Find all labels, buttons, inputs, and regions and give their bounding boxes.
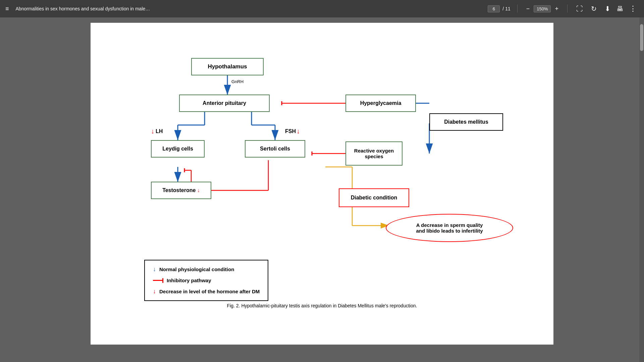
more-options-button[interactable]: ⋮ <box>627 3 639 14</box>
page-container: Hypothalamus GnRH Anterior pituitary Hyp… <box>0 17 644 362</box>
diabetes-mellitus-box: Diabetes mellitus <box>429 113 503 131</box>
zoom-controls: − 150% + <box>524 4 560 14</box>
hyperglycaemia-box: Hyperglycaemia <box>345 95 416 112</box>
zoom-value: 150% <box>534 5 551 12</box>
legend-normal: ↓ Normal physiological condition <box>153 266 260 273</box>
reactive-oxygen-box: Reactive oxygen species <box>345 141 402 166</box>
anterior-pituitary-box: Anterior pituitary <box>179 95 270 112</box>
lh-label: ↓ LH <box>151 127 163 135</box>
page-input[interactable]: 6 <box>488 5 500 12</box>
toolbar-right: ⬇ 🖶 ⋮ <box>603 3 639 14</box>
page-nav: 6 / 11 <box>488 5 510 12</box>
document-page: Hypothalamus GnRH Anterior pituitary Hyp… <box>91 23 553 345</box>
toolbar: ≡ Abnormalities in sex hormones and sexu… <box>0 0 644 17</box>
legend-inhibitory: Inhibitory pathway <box>153 278 260 283</box>
document-title: Abnormalities in sex hormones and sexual… <box>16 6 484 11</box>
fsh-label: FSH ↓ <box>285 127 300 135</box>
zoom-out-button[interactable]: − <box>524 4 532 14</box>
figure-caption: Fig. 2. Hypothalamic-pituitary testis ax… <box>227 303 417 308</box>
diagram: Hypothalamus GnRH Anterior pituitary Hyp… <box>111 36 533 311</box>
legend-box: ↓ Normal physiological condition Inhibit… <box>144 260 268 301</box>
diabetic-condition-box: Diabetic condition <box>339 188 409 207</box>
page-separator: / 11 <box>502 6 510 11</box>
sperm-quality-box: A decrease in sperm qualityand libido le… <box>386 214 513 242</box>
divider-2 <box>567 5 568 13</box>
gnrh-label: GnRH <box>231 79 244 84</box>
scrollbar[interactable] <box>639 17 644 362</box>
rotate-button[interactable]: ↻ <box>589 3 599 14</box>
zoom-in-button[interactable]: + <box>553 4 560 14</box>
legend-decrease: ↓ Decrease in level of the hormone after… <box>153 288 260 295</box>
divider-1 <box>517 5 518 13</box>
fit-page-button[interactable]: ⛶ <box>574 4 585 14</box>
testosterone-box: Testosterone ↓ <box>151 182 211 199</box>
scrollbar-thumb[interactable] <box>640 24 643 51</box>
hypothalamus-box: Hypothalamus <box>191 58 264 75</box>
sertoli-cells-box: Sertoli cells <box>245 140 305 158</box>
print-button[interactable]: 🖶 <box>614 4 625 14</box>
leydig-cells-box: Leydig cells <box>151 140 205 158</box>
download-button[interactable]: ⬇ <box>603 3 612 14</box>
menu-icon[interactable]: ≡ <box>5 5 9 12</box>
